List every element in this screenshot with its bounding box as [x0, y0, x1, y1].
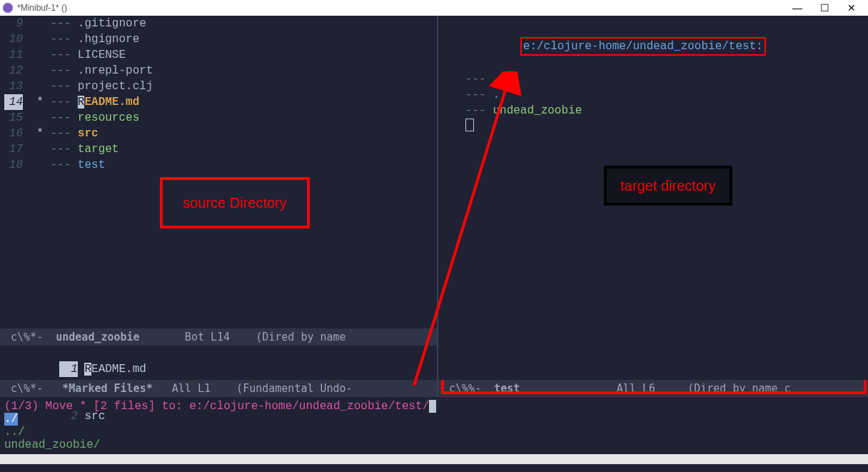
minimize-button[interactable]: —: [791, 2, 804, 14]
window-controls: — ☐ ✕: [791, 2, 865, 14]
maximize-button[interactable]: ☐: [818, 2, 831, 14]
dired-line[interactable]: 11 --- LICENSE: [0, 47, 437, 63]
dired-line[interactable]: 12 --- .nrepl-port: [0, 63, 437, 79]
app-icon: [3, 3, 13, 13]
dired-source-buffer[interactable]: 9 --- .gitignore10 --- .hgignore11 --- L…: [0, 16, 437, 328]
cursor-char: R: [84, 363, 91, 376]
close-button[interactable]: ✕: [845, 2, 858, 14]
modeline-buffer-name: undead_zoobie: [56, 331, 139, 343]
dired-line[interactable]: --- undead_zoobie: [438, 103, 868, 119]
annotation-text: source Directory: [183, 195, 287, 211]
dired-line[interactable]: --- ..: [438, 71, 868, 87]
minibuffer-prompt: (1/3) Move * [2 files] to: e:/clojure-ho…: [4, 400, 429, 413]
modeline-target: c\%%- test All L6 (Dired by name c: [438, 380, 868, 397]
modeline-flags: c\%%-: [443, 382, 494, 395]
annotation-source-label: source Directory: [160, 177, 310, 229]
dired-target-buffer[interactable]: e:/clojure-home/undead_zoobie/test: --- …: [438, 16, 868, 380]
line-number: 1: [59, 361, 78, 377]
window-title: *Minibuf-1* (): [17, 3, 67, 13]
modeline-buffer-name: *Marked Files*: [62, 382, 152, 395]
cursor-box: [465, 119, 474, 131]
modeline-info: All L6 (Dired by name c: [520, 382, 790, 395]
dired-line[interactable]: 18 --- test: [0, 157, 437, 173]
dired-line[interactable]: 14 * --- README.md: [0, 94, 437, 110]
modeline-flags: c\%*-: [4, 331, 56, 343]
dired-line[interactable]: 9 --- .gitignore: [0, 16, 437, 31]
dired-line[interactable]: 16 * --- src: [0, 126, 437, 141]
bottom-strip: drwxrwxrwx 1 dradams root 0 11-13 12:00 …: [0, 454, 868, 464]
dired-line[interactable]: 17 --- target: [0, 141, 437, 157]
completion-item[interactable]: undead_zoobie/: [4, 438, 100, 451]
titlebar: *Minibuf-1* () — ☐ ✕: [0, 0, 868, 16]
modeline-source: c\%*- undead_zoobie Bot L14 (Dired by na…: [0, 328, 437, 346]
marked-files-buffer[interactable]: 1 README.md 2 src: [0, 346, 437, 380]
right-column: e:/clojure-home/undead_zoobie/test: --- …: [438, 16, 868, 397]
modeline-info: Bot L14 (Dired by name: [140, 331, 353, 343]
modeline-marked: c\%*- *Marked Files* All L1 (Fundamental…: [0, 380, 437, 397]
annotation-text: target directory: [620, 178, 715, 194]
dired-line[interactable]: 13 --- project.clj: [0, 79, 437, 94]
dired-line[interactable]: 10 --- .hgignore: [0, 31, 437, 47]
modeline-buffer-name: test: [494, 382, 520, 395]
marked-file: EADME.md: [91, 363, 146, 376]
annotation-target-label: target directory: [604, 166, 732, 206]
target-path: e:/clojure-home/undead_zoobie/test:: [520, 37, 766, 56]
completion-item[interactable]: ../: [4, 426, 25, 438]
completion-item[interactable]: ./: [4, 413, 18, 426]
modeline-flags: c\%*-: [4, 382, 62, 395]
modeline-info: All L1 (Fundamental Undo-: [153, 382, 353, 395]
dired-line[interactable]: --- .: [438, 87, 868, 103]
cursor: [429, 400, 436, 413]
dired-line[interactable]: 15 --- resources: [0, 110, 437, 126]
